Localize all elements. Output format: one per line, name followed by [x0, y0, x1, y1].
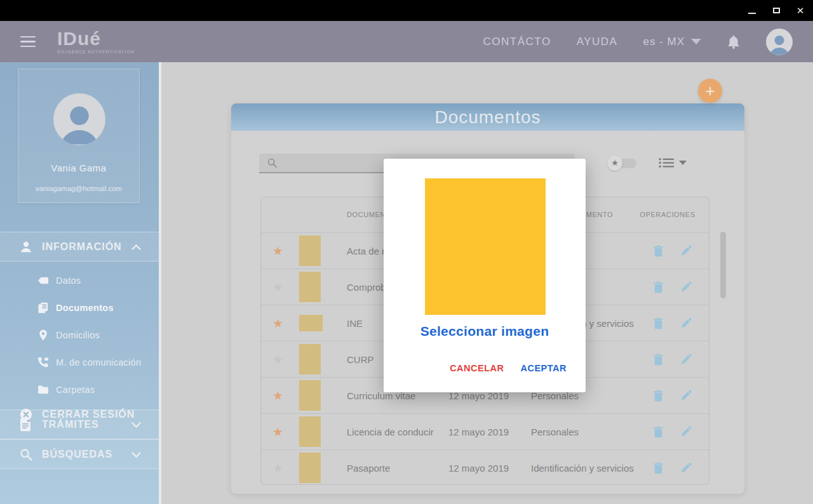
document-thumbnail[interactable] — [299, 235, 321, 266]
sidebar-item-domicilios[interactable]: Domicilios — [0, 321, 159, 348]
app-logo-text: IDué — [57, 29, 135, 48]
document-thumbnail[interactable] — [299, 315, 323, 331]
edit-icon[interactable] — [680, 354, 692, 365]
person-icon — [19, 240, 33, 254]
favorite-star-icon[interactable]: ★ — [272, 388, 283, 403]
edit-icon[interactable] — [680, 317, 692, 329]
app-logo: IDué DILIGENCE AUTHENTICATION — [57, 29, 135, 55]
favorite-star-icon[interactable]: ★ — [272, 280, 283, 295]
delete-icon[interactable] — [653, 462, 664, 474]
map-pin-icon — [37, 329, 50, 342]
app-header: IDué DILIGENCE AUTHENTICATION CONTÁCTO A… — [0, 21, 813, 62]
document-thumbnail[interactable] — [299, 380, 321, 411]
sidebar-item-label: Domicilios — [56, 330, 100, 340]
user-avatar[interactable] — [766, 29, 793, 55]
user-email: vaniagamag@hotmail.com — [18, 185, 139, 192]
delete-icon[interactable] — [653, 390, 664, 401]
table-row: ★ Licencia de conducir 12 mayo 2019 Pers… — [261, 413, 709, 449]
sidebar-section-busquedas[interactable]: BÚSQUEDAS — [0, 439, 159, 469]
favorites-filter-toggle[interactable]: ★ — [607, 156, 636, 171]
document-thumbnail[interactable] — [299, 453, 321, 483]
chevron-down-icon — [691, 39, 701, 44]
sidebar-section-label: INFORMACIÓN — [42, 241, 122, 253]
window-maximize-button[interactable] — [771, 6, 781, 16]
document-thumbnail[interactable] — [299, 272, 321, 302]
logout-button[interactable]: CERRAR SESIÓN — [0, 402, 159, 427]
sidebar-item-datos[interactable]: Datos — [0, 267, 159, 294]
language-selector[interactable]: es - MX — [643, 36, 701, 48]
sidebar-item-comunicacion[interactable]: M. de comunicación — [0, 348, 159, 376]
sidebar-section-informacion[interactable]: INFORMACIÓN — [0, 232, 159, 262]
favorite-star-icon[interactable]: ★ — [272, 461, 283, 475]
document-date: 12 mayo 2019 — [448, 427, 509, 437]
favorite-star-icon[interactable]: ★ — [272, 425, 283, 439]
select-image-dialog: Seleccionar imagen CANCELAR ACEPTAR — [384, 159, 586, 392]
favorite-star-icon[interactable]: ★ — [272, 316, 283, 331]
sidebar-item-label: Carpetas — [56, 385, 95, 395]
view-mode-selector[interactable] — [659, 157, 687, 168]
document-name: Licencia de conducir — [347, 427, 434, 437]
document-name: CURP — [347, 354, 374, 365]
list-view-icon — [659, 157, 675, 168]
add-document-button[interactable]: + — [698, 79, 722, 103]
edit-icon[interactable] — [680, 245, 692, 256]
delete-icon[interactable] — [653, 245, 664, 256]
app-logo-subtitle: DILIGENCE AUTHENTICATION — [57, 50, 135, 55]
search-icon — [19, 448, 33, 461]
edit-icon[interactable] — [680, 426, 692, 437]
delete-icon[interactable] — [653, 317, 664, 329]
document-date: 12 mayo 2019 — [448, 463, 509, 474]
search-icon — [267, 157, 278, 168]
edit-icon[interactable] — [680, 390, 692, 401]
chevron-up-icon — [131, 241, 141, 253]
documents-icon — [37, 302, 50, 314]
sidebar-user-card: Vania Gama vaniagamag@hotmail.com — [18, 69, 140, 203]
sidebar-item-label: Documentos — [56, 303, 114, 313]
document-category: Personales — [531, 427, 579, 437]
panel-header: Documentos — [231, 103, 744, 131]
page-title: Documentos — [434, 107, 541, 128]
nav-contact-link[interactable]: CONTÁCTO — [483, 36, 551, 48]
nav-help-link[interactable]: AYUDA — [577, 36, 618, 48]
menu-hamburger-icon[interactable] — [20, 36, 36, 48]
document-category: Identificación y servicios — [531, 463, 634, 474]
document-name: Pasaporte — [347, 463, 390, 474]
logout-label: CERRAR SESIÓN — [42, 409, 135, 420]
document-thumbnail[interactable] — [299, 416, 321, 447]
window-minimize-button[interactable] — [747, 6, 757, 16]
star-icon: ★ — [607, 156, 622, 171]
edit-icon[interactable] — [680, 462, 692, 474]
sidebar-item-label: M. de comunicación — [56, 357, 141, 368]
close-circle-icon — [19, 408, 33, 421]
language-value: es - MX — [643, 36, 685, 48]
favorite-star-icon[interactable]: ★ — [272, 352, 283, 367]
sidebar-item-documentos[interactable]: Documentos — [0, 294, 159, 321]
user-card-avatar — [53, 93, 105, 145]
edit-icon[interactable] — [680, 281, 692, 293]
delete-icon[interactable] — [653, 281, 664, 293]
label-icon — [37, 274, 50, 287]
cancel-button[interactable]: CANCELAR — [450, 363, 504, 373]
sidebar-item-carpetas[interactable]: Carpetas — [0, 376, 159, 403]
user-name: Vania Gama — [18, 162, 139, 173]
notifications-bell-icon[interactable] — [727, 34, 741, 50]
phone-icon — [37, 356, 50, 369]
table-scrollbar-thumb[interactable] — [720, 232, 726, 298]
chevron-down-icon — [679, 161, 687, 165]
sidebar-item-label: Datos — [56, 275, 81, 286]
document-thumbnail[interactable] — [299, 344, 321, 375]
image-preview[interactable] — [425, 178, 546, 315]
favorite-star-icon[interactable]: ★ — [272, 244, 283, 258]
chevron-down-icon — [131, 449, 141, 460]
delete-icon[interactable] — [653, 426, 664, 437]
document-name: INE — [347, 318, 363, 329]
select-image-link[interactable]: Seleccionar imagen — [384, 324, 586, 339]
column-header-operations: OPERACIONES — [640, 211, 695, 218]
sidebar: Vania Gama vaniagamag@hotmail.com INFORM… — [0, 62, 159, 504]
table-row: ★ Pasaporte 12 mayo 2019 Identificación … — [261, 449, 709, 486]
folder-icon — [37, 383, 50, 396]
delete-icon[interactable] — [653, 354, 664, 365]
window-titlebar: ✕ — [0, 0, 813, 21]
accept-button[interactable]: ACEPTAR — [520, 363, 567, 373]
window-close-button[interactable]: ✕ — [795, 6, 805, 16]
